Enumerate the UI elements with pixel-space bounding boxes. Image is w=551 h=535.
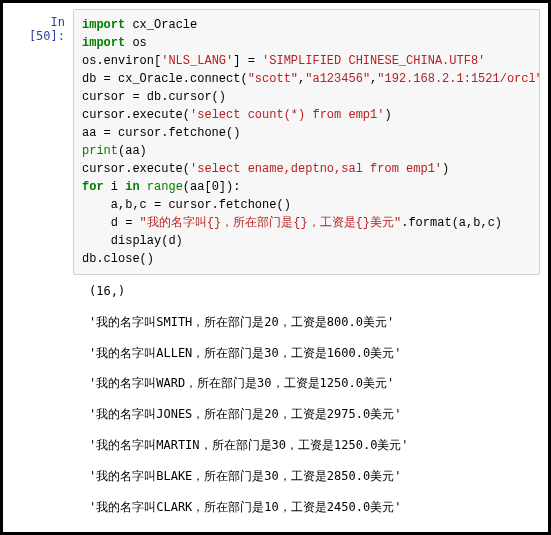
code-text: ] = <box>233 54 262 68</box>
code-text: cursor.execute( <box>82 108 190 122</box>
output-line: '我的名字叫BLAKE，所在部门是30，工资是2850.0美元' <box>89 468 540 485</box>
code-text: os.environ[ <box>82 54 161 68</box>
string: "192.168.2.1:1521/orcl" <box>377 72 540 86</box>
code-text: ) <box>442 162 449 176</box>
string: "我的名字叫{}，所在部门是{}，工资是{}美元" <box>140 216 402 230</box>
code-text: (aa) <box>118 144 147 158</box>
code-line: import cx_Oracle <box>82 16 531 34</box>
string: 'SIMPLIFIED CHINESE_CHINA.UTF8' <box>262 54 485 68</box>
code-text: (aa[0]): <box>183 180 241 194</box>
code-text <box>140 180 147 194</box>
code-line: display(d) <box>82 232 531 250</box>
keyword: for <box>82 180 104 194</box>
builtin: print <box>82 144 118 158</box>
code-line: os.environ['NLS_LANG'] = 'SIMPLIFIED CHI… <box>82 52 531 70</box>
code-line: d = "我的名字叫{}，所在部门是{}，工资是{}美元".format(a,b… <box>82 214 531 232</box>
string: "a123456" <box>305 72 370 86</box>
notebook-cell: In [50]: import cx_Oracle import os os.e… <box>3 3 548 275</box>
code-line: for i in range(aa[0]): <box>82 178 531 196</box>
code-text: db = cx_Oracle.connect( <box>82 72 248 86</box>
code-line: cursor.execute('select ename,deptno,sal … <box>82 160 531 178</box>
output-line: '我的名字叫MARTIN，所在部门是30，工资是1250.0美元' <box>89 437 540 454</box>
code-text: i <box>104 180 126 194</box>
string: 'NLS_LANG' <box>161 54 233 68</box>
cell-output: (16,) '我的名字叫SMITH，所在部门是20，工资是800.0美元' '我… <box>81 275 548 515</box>
output-line: '我的名字叫JONES，所在部门是20，工资是2975.0美元' <box>89 406 540 423</box>
output-line: '我的名字叫SMITH，所在部门是20，工资是800.0美元' <box>89 314 540 331</box>
code-line: a,b,c = cursor.fetchone() <box>82 196 531 214</box>
output-line: '我的名字叫WARD，所在部门是30，工资是1250.0美元' <box>89 375 540 392</box>
code-line: cursor = db.cursor() <box>82 88 531 106</box>
code-text: .format(a,b,c) <box>401 216 502 230</box>
code-input[interactable]: import cx_Oracle import os os.environ['N… <box>73 9 540 275</box>
code-text: cursor.execute( <box>82 162 190 176</box>
code-text: os <box>125 36 147 50</box>
code-text: d = <box>82 216 140 230</box>
keyword: in <box>125 180 139 194</box>
code-line: db.close() <box>82 250 531 268</box>
code-line: aa = cursor.fetchone() <box>82 124 531 142</box>
code-line: print(aa) <box>82 142 531 160</box>
string: 'select ename,deptno,sal from emp1' <box>190 162 442 176</box>
output-line: '我的名字叫ALLEN，所在部门是30，工资是1600.0美元' <box>89 345 540 362</box>
string: 'select count(*) from emp1' <box>190 108 384 122</box>
code-text: cx_Oracle <box>125 18 197 32</box>
builtin: range <box>147 180 183 194</box>
keyword: import <box>82 36 125 50</box>
output-line: '我的名字叫CLARK，所在部门是10，工资是2450.0美元' <box>89 499 540 516</box>
output-line: (16,) <box>89 283 540 300</box>
code-line: cursor.execute('select count(*) from emp… <box>82 106 531 124</box>
string: "scott" <box>248 72 298 86</box>
input-prompt: In [50]: <box>11 9 73 43</box>
keyword: import <box>82 18 125 32</box>
code-text: ) <box>384 108 391 122</box>
code-line: db = cx_Oracle.connect("scott","a123456"… <box>82 70 531 88</box>
code-line: import os <box>82 34 531 52</box>
